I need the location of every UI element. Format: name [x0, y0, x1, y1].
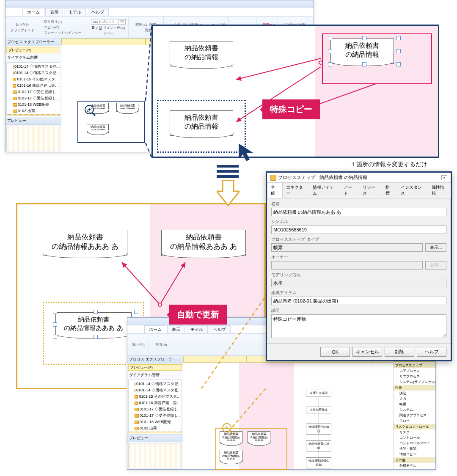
flow-node-1[interactable]: 在庫引当確認 [306, 390, 331, 396]
format-painter-button[interactable]: フォーマットペインター [44, 30, 81, 35]
tree-item[interactable]: 0101-18 WEB販売 [129, 419, 182, 425]
doc-small-g3[interactable]: 納品依頼書の納品情報ああああ [220, 450, 242, 462]
tab-instance[interactable]: インスタンス [397, 182, 428, 198]
tree-item[interactable]: 0102-01 製品の出荷 [7, 114, 60, 116]
tree-item[interactable]: 0101-16 新規戸建…受… [129, 400, 182, 406]
symbol-label: シンボル [271, 219, 446, 225]
tree-item[interactable]: 0101-15 その他マスタ… [129, 393, 182, 400]
tree-item[interactable]: 0101-14 ◇価格マスタ登… [7, 70, 60, 76]
description-textarea[interactable] [271, 314, 446, 338]
tree-1[interactable]: 0101-14 ◇価格マスタ登…0101-14 ◇価格マスタ登…0101-15 … [6, 62, 60, 116]
folder-icon [135, 408, 139, 411]
underline-button[interactable]: U [99, 25, 102, 30]
tab-indicator[interactable]: 指標 [382, 182, 397, 198]
bold-button[interactable]: B [92, 25, 95, 30]
callout-special-copy: 特殊コピー [262, 99, 320, 119]
tree-item[interactable]: 0101-17 ◇受注登録 (… [129, 413, 182, 419]
align-button-2[interactable]: 配置(A) [156, 342, 167, 347]
symbol-input[interactable] [271, 226, 446, 234]
tab-resource[interactable]: リソース [359, 182, 382, 198]
ok-button[interactable]: OK [320, 347, 350, 357]
stencil-item[interactable]: 入力 [394, 396, 435, 402]
preview-toggle-2[interactable]: プレビュー (P) [128, 364, 182, 371]
italic-button[interactable]: I [96, 25, 97, 30]
order-button[interactable]: 順序(E) [135, 22, 147, 27]
tree-item[interactable]: 0101-16 新規戸建…受… [7, 83, 60, 89]
paste-button-2[interactable]: 貼り付け [132, 342, 146, 347]
stencil-item[interactable]: サブプロセス [394, 374, 435, 379]
stencil-item[interactable]: 外部モデル [394, 463, 435, 468]
font-select[interactable]: MS Pゴシック [91, 19, 117, 25]
ribbon-font: MS Pゴシック 12 B I U フォント色(C) ラベル [88, 17, 129, 38]
stencil-item[interactable]: 組織アイテム [394, 468, 435, 469]
tree-item[interactable]: 0101-14 ◇価格マスタ登… [7, 63, 60, 70]
tab-note[interactable]: ノート [340, 182, 359, 198]
tab-info-item[interactable]: 情報アイテム [309, 182, 340, 198]
stencil-item[interactable]: システム(サブプロセス) [394, 379, 435, 385]
tree-item-label: 0101-17 ◇受注登録 (… [140, 407, 180, 412]
tree-item[interactable]: 0101-14 ◇価格マスタ登… [129, 387, 182, 393]
cancel-button[interactable]: キャンセル [352, 347, 382, 357]
tree-item-label: 0101-17 ◇受注登録 (… [18, 89, 58, 95]
tab-home-2[interactable]: ホーム [144, 325, 166, 333]
doc-gold-selected-wrap: 納品依頼書の納品情報あああ あ [55, 312, 136, 336]
clipboard-label: クリップボード [11, 28, 34, 33]
name-input[interactable] [271, 208, 446, 216]
stencil-item[interactable]: 関連サブプロセス [394, 413, 435, 418]
tree-item[interactable]: 0102 出荷 [7, 108, 60, 114]
stencil-item[interactable]: リスク [394, 429, 435, 435]
stencil-item[interactable]: システム [394, 407, 435, 413]
tree-item[interactable]: 0101-15 その他マスタ… [7, 76, 60, 83]
tab-home[interactable]: ホーム [22, 8, 44, 16]
tab-help-2[interactable]: ヘルプ [209, 325, 231, 333]
steptype-select[interactable] [271, 243, 423, 252]
cut-button[interactable]: 切り取り(T) [44, 19, 62, 24]
help-button[interactable]: ヘルプ [417, 347, 446, 357]
doc-navy-1[interactable]: 納品依頼書の納品情報 [170, 41, 233, 66]
font-size-select[interactable]: 12 [118, 19, 126, 25]
font-color-button[interactable]: フォント色(C) [103, 25, 125, 30]
copy-button[interactable]: コピー(C) [44, 25, 59, 30]
tab-model[interactable]: モデル [64, 8, 86, 16]
doc-small-g2[interactable]: 納品依頼書の納品情報ああああ [248, 431, 270, 443]
direction-select[interactable] [271, 279, 446, 287]
tree-item[interactable]: 0101-17 ◇受注登録 (… [7, 95, 60, 102]
dialog-titlebar[interactable]: プロセスステップ - 納品依頼書 の納品情報 × [267, 173, 451, 182]
doc-gold-1[interactable]: 納品依頼書の納品情報あああ あ [43, 230, 127, 256]
diagram-hierarchy-label: ダイアグラム階層 [6, 54, 61, 61]
doc-navy-3[interactable]: 納品依頼書の納品情報 [170, 110, 233, 136]
steptype-show-button[interactable]: 表示... [425, 243, 446, 252]
owner-select[interactable] [271, 261, 423, 270]
orgitem-input[interactable] [271, 297, 446, 305]
tab-connector[interactable]: コネクター [282, 182, 310, 198]
stencil-item[interactable]: コントロール [394, 435, 435, 440]
tree-item[interactable]: 0101-14 ◇価格マスタ登… [129, 381, 182, 387]
tab-attr[interactable]: 属性情報 [428, 182, 451, 198]
tab-model-2[interactable]: モデル [186, 325, 208, 333]
tree-item[interactable]: 0101-17 ◇受注登録 (… [129, 406, 182, 413]
preview-toggle[interactable]: プレビュー (P) [6, 47, 60, 53]
doc-gold-2[interactable]: 納品依頼書の納品情報あああ あ [161, 230, 246, 256]
doc-gold-3[interactable]: 納品依頼書の納品情報あああ あ [55, 312, 132, 336]
stencil-item[interactable]: コントロールフロー [394, 440, 435, 446]
preview-panel-title-2: プレビュー [127, 434, 183, 442]
stencil-item[interactable]: コアプロセス [394, 368, 435, 374]
tree-item[interactable]: 0102 出荷 [129, 425, 182, 432]
tab-view-2[interactable]: 表示 [167, 325, 185, 333]
tree-item[interactable]: 0101-18 WEB販売 [7, 102, 60, 108]
tree-item[interactable]: 0102-01 製品の出荷 [129, 432, 182, 433]
stencil-item[interactable]: フロー [394, 418, 435, 424]
tree-2[interactable]: 0101-14 ◇価格マスタ登…0101-14 ◇価格マスタ登…0101-15 … [128, 380, 182, 433]
tab-view[interactable]: 表示 [45, 8, 63, 16]
tab-general[interactable]: 全般 [267, 182, 283, 198]
stencil-item[interactable]: 決定 [394, 391, 435, 396]
stencil-item[interactable]: 帳票 [394, 402, 435, 407]
tab-help[interactable]: ヘルプ [87, 8, 109, 16]
delete-button-dlg[interactable]: 削除 [385, 347, 414, 357]
dialog-close-button[interactable]: × [441, 175, 447, 180]
paste-button[interactable]: 貼り付け [16, 22, 29, 27]
stencil-item[interactable]: 情報コピー [394, 451, 435, 457]
tree-item[interactable]: 0101-17 ◇受注登録 (… [7, 89, 60, 95]
stencil-item[interactable]: 検証・確認 [394, 446, 435, 451]
canvas-2[interactable]: 納品業者 納品依頼書の納品情報ああああ 納品依頼書の納品情報ああああ 納品依頼書… [183, 356, 435, 469]
